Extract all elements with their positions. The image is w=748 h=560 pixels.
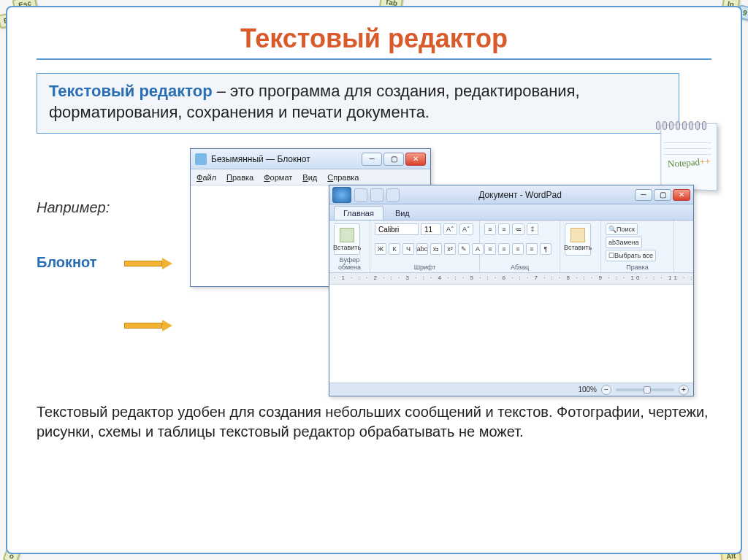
clipboard-icon: [340, 228, 354, 242]
group-insert-label: [565, 264, 596, 271]
menu-view[interactable]: Вид: [302, 173, 317, 182]
qat-undo-icon[interactable]: [370, 188, 383, 202]
select-all-button[interactable]: ☐ Выбрать все: [606, 250, 656, 261]
font-size-select[interactable]: 11: [421, 223, 441, 235]
menu-format[interactable]: Формат: [264, 173, 292, 182]
wordpad-titlebar[interactable]: Документ - WordPad ─ ▢ ✕: [329, 185, 693, 204]
align-left-button[interactable]: ≡: [484, 243, 496, 255]
qat-save-icon[interactable]: [354, 188, 367, 202]
paste-label: Вставить: [333, 244, 361, 251]
wordpad-title: Документ - WordPad: [405, 190, 635, 200]
close-button[interactable]: ✕: [405, 153, 426, 166]
notepad-titlebar[interactable]: Безымянный — Блокнот ─ ▢ ✕: [191, 149, 430, 169]
zoom-slider-thumb[interactable]: [644, 386, 651, 394]
app-label-notepad: Блокнот: [37, 254, 97, 271]
zoom-value: 100%: [578, 386, 597, 394]
definition-box: Текстовый редактор – это программа для с…: [37, 73, 679, 134]
group-paragraph-label: Абзац: [484, 264, 555, 271]
align-right-button[interactable]: ≡: [512, 243, 524, 255]
subscript-button[interactable]: x₂: [430, 243, 442, 255]
tab-view[interactable]: Вид: [386, 207, 419, 220]
arrow-to-wordpad: [124, 320, 175, 331]
definition-term: Текстовый редактор: [49, 82, 213, 100]
wordpad-ruler[interactable]: · 1 · : · 2 · : · 3 · : · 4 · : · 5 · : …: [329, 273, 693, 285]
example-area: Например: Блокнот WordPad Безымянный — Б…: [37, 148, 711, 396]
paste-button[interactable]: Вставить: [334, 223, 360, 255]
insert-label: Вставить: [564, 244, 592, 251]
qat-redo-icon[interactable]: [386, 188, 400, 202]
bold-button[interactable]: Ж: [375, 243, 386, 255]
align-justify-button[interactable]: ≡: [526, 243, 538, 255]
wp-maximize-button[interactable]: ▢: [654, 189, 671, 201]
strike-button[interactable]: abc: [416, 243, 428, 255]
align-center-button[interactable]: ≡: [498, 243, 510, 255]
notepad-icon: [195, 153, 207, 165]
notepad-title: Безымянный — Блокнот: [211, 154, 362, 164]
highlight-button[interactable]: ✎: [458, 243, 470, 255]
zoom-out-button[interactable]: −: [601, 385, 611, 395]
notepad-menubar: Файл Правка Формат Вид Справка: [191, 169, 430, 185]
maximize-button[interactable]: ▢: [383, 153, 404, 166]
group-clipboard-label: Буфер обмена: [334, 256, 365, 271]
wordpad-statusbar: 100% − +: [329, 383, 693, 396]
slide-title: Текстовый редактор: [37, 23, 711, 54]
wordpad-tabs: Главная Вид: [329, 204, 693, 220]
superscript-button[interactable]: x²: [444, 243, 456, 255]
grow-font-button[interactable]: A˄: [443, 223, 457, 235]
underline-button[interactable]: Ч: [402, 243, 414, 255]
italic-button[interactable]: К: [389, 243, 400, 255]
group-font-label: Шрифт: [375, 264, 475, 271]
wordpad-qat: [332, 187, 400, 203]
paragraph-dialog-button[interactable]: ¶: [540, 243, 552, 255]
slide-frame: Текстовый редактор Текстовый редактор – …: [6, 6, 742, 554]
shrink-font-button[interactable]: A˅: [459, 223, 473, 235]
menu-help[interactable]: Справка: [327, 173, 359, 182]
insert-icon: [570, 228, 585, 242]
tab-home[interactable]: Главная: [334, 206, 383, 220]
example-label: Например:: [37, 199, 110, 216]
minimize-button[interactable]: ─: [362, 153, 382, 166]
menu-edit[interactable]: Правка: [226, 173, 253, 182]
wordpad-menu-orb[interactable]: [332, 187, 351, 203]
replace-button[interactable]: ab Замена: [606, 237, 642, 248]
title-underline: [37, 58, 711, 60]
zoom-in-button[interactable]: +: [679, 385, 689, 395]
wordpad-window: Документ - WordPad ─ ▢ ✕ Главная Вид Вст…: [329, 185, 694, 396]
wordpad-ribbon: Вставить Буфер обмена Calibri 11 A˄ A˅ Ж…: [329, 220, 693, 273]
group-editing-label: Правка: [606, 264, 669, 271]
menu-file[interactable]: Файл: [196, 173, 216, 182]
inc-indent-button[interactable]: ≡: [498, 223, 510, 235]
wp-close-button[interactable]: ✕: [673, 189, 690, 201]
insert-button[interactable]: Вставить: [565, 223, 591, 256]
wp-minimize-button[interactable]: ─: [635, 189, 652, 201]
line-spacing-button[interactable]: ‡: [527, 223, 538, 235]
bullets-button[interactable]: ≔: [512, 223, 524, 235]
zoom-slider[interactable]: [616, 388, 674, 391]
font-family-select[interactable]: Calibri: [375, 223, 419, 235]
dec-indent-button[interactable]: ≡: [484, 223, 496, 235]
wordpad-page[interactable]: [329, 285, 693, 383]
find-button[interactable]: 🔍 Поиск: [606, 223, 638, 235]
arrow-to-notepad: [124, 258, 175, 269]
